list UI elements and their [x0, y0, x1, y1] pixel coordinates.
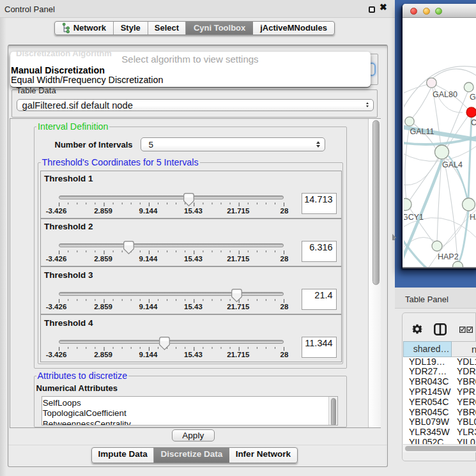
- svg-text:GAL4: GAL4: [442, 160, 463, 169]
- svg-text:GA: GA: [470, 93, 476, 102]
- svg-text:HA: HA: [470, 213, 476, 222]
- svg-text:C: C: [471, 118, 476, 127]
- svg-text:GAL11: GAL11: [410, 127, 434, 136]
- svg-text:GCY1: GCY1: [404, 213, 424, 222]
- svg-text:HAP2: HAP2: [438, 252, 459, 261]
- svg-text:GAL80: GAL80: [433, 90, 457, 99]
